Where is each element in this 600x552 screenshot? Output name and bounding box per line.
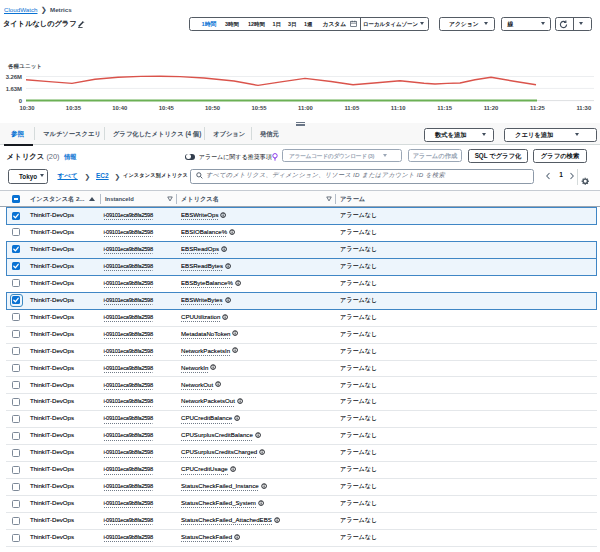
svg-text:11:00: 11:00 <box>298 105 313 111</box>
svg-text:3.26M: 3.26M <box>6 74 22 80</box>
svg-text:11:05: 11:05 <box>344 105 359 111</box>
svg-text:11:20: 11:20 <box>484 105 499 111</box>
svg-text:各種ユニット: 各種ユニット <box>7 63 42 70</box>
svg-text:10:50: 10:50 <box>205 105 221 111</box>
svg-text:0: 0 <box>19 98 23 104</box>
svg-text:10:35: 10:35 <box>66 105 82 111</box>
svg-text:10:55: 10:55 <box>251 105 267 111</box>
svg-text:11:30: 11:30 <box>576 105 591 111</box>
svg-text:10:45: 10:45 <box>159 105 175 111</box>
svg-text:11:15: 11:15 <box>437 105 452 111</box>
svg-text:1.63M: 1.63M <box>6 86 22 92</box>
svg-text:11:25: 11:25 <box>530 105 545 111</box>
svg-text:11:10: 11:10 <box>391 105 406 111</box>
svg-text:10:30: 10:30 <box>19 105 35 111</box>
svg-text:10:40: 10:40 <box>112 105 128 111</box>
